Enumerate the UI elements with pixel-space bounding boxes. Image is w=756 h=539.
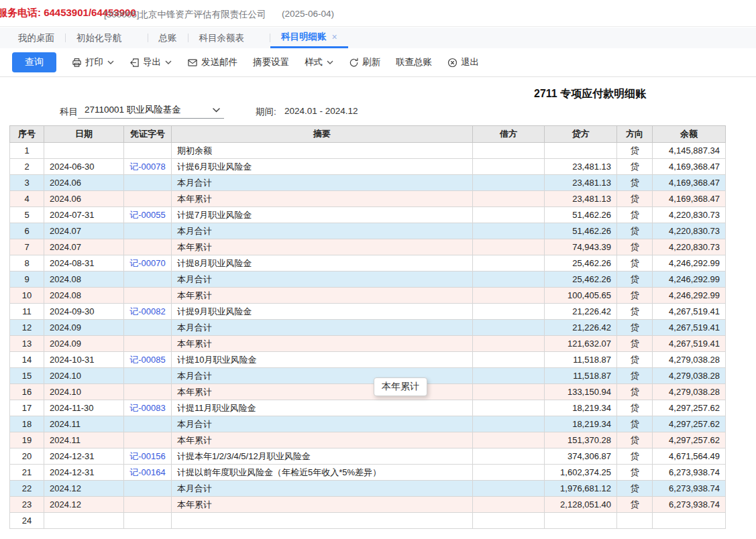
cell-credit: 23,481.13 — [545, 159, 617, 175]
export-button[interactable]: 导出 — [129, 56, 172, 68]
subject-select[interactable]: 27110001 职业风险基金 — [78, 102, 224, 119]
cell-summary: 本月合计 — [172, 481, 473, 497]
cell-debit — [473, 384, 545, 400]
cell-seq: 16 — [10, 384, 44, 400]
table-row[interactable]: 72024.07本年累计74,943.39贷4,220,830.73 — [10, 239, 726, 255]
cell-credit: 23,481.13 — [545, 191, 617, 207]
cell-summary: 本月合计 — [172, 320, 473, 336]
table-row[interactable]: 32024.06本月合计23,481.13贷4,169,368.47 — [10, 175, 726, 191]
table-row[interactable]: 24 — [10, 513, 726, 529]
table-row[interactable]: 222024.12本月合计1,976,681.12贷6,273,938.74 — [10, 481, 726, 497]
column-header: 借方 — [473, 126, 545, 143]
tab-subject-ledger[interactable]: 科目明细账 × — [270, 27, 348, 48]
table-row[interactable]: 182024.11本月合计18,219.34贷4,297,257.62 — [10, 416, 726, 432]
cell-direction: 贷 — [617, 207, 653, 223]
close-tab-icon[interactable]: × — [332, 32, 337, 42]
cell-summary: 本月合计 — [172, 223, 473, 239]
tab-init-nav[interactable]: 初始化导航 — [66, 27, 133, 48]
table-row[interactable]: 202024-12-31记-00156计提本年1/2/3/4/5/12月职业风险… — [10, 448, 726, 465]
table-row[interactable]: 22024-06-30记-00078计提6月职业风险金23,481.13贷4,1… — [10, 159, 726, 175]
cell-date: 2024-12-31 — [44, 465, 124, 481]
cell-debit — [473, 159, 545, 175]
chevron-down-icon — [165, 60, 172, 64]
print-button[interactable]: 打印 — [72, 56, 114, 68]
cell-credit — [545, 143, 617, 159]
period-value: 2024.01 - 2024.12 — [284, 106, 358, 116]
exit-circle-x-icon — [447, 58, 457, 68]
tab-subject-balance[interactable]: 科目余额表 — [188, 27, 256, 48]
cell-summary: 本月合计 — [172, 272, 473, 288]
cell-seq: 22 — [10, 481, 44, 497]
table-row[interactable]: 102024.08本年累计100,405.65贷4,246,292.99 — [10, 288, 726, 304]
cell-balance: 4,267,519.41 — [653, 320, 726, 336]
cell-voucher: 记-00083 — [124, 400, 172, 416]
cell-date: 2024-08-31 — [44, 255, 124, 272]
cell-direction: 贷 — [617, 175, 653, 191]
cell-credit: 21,226.42 — [545, 304, 617, 320]
cell-debit — [473, 465, 545, 481]
table-row[interactable]: 1期初余额贷4,145,887.34 — [10, 143, 726, 159]
voucher-link[interactable]: 记-00085 — [129, 355, 165, 365]
table-row[interactable]: 62024.07本月合计51,462.26贷4,220,830.73 — [10, 223, 726, 239]
summary-settings-button[interactable]: 摘要设置 — [253, 56, 289, 68]
cell-credit: 23,481.13 — [545, 175, 617, 191]
voucher-link[interactable]: 记-00156 — [129, 451, 165, 461]
table-header-row: 序号日期凭证字号摘要借方贷方方向余额 — [10, 126, 726, 143]
table-row[interactable]: 212024-12-31记-00164计提以前年度职业风险金（年检近5年收入*5… — [10, 465, 726, 481]
tab-my-desktop[interactable]: 我的桌面 — [7, 27, 65, 48]
table-row[interactable]: 82024-08-31记-00070计提8月职业风险金25,462.26贷4,2… — [10, 255, 726, 272]
cell-debit — [473, 207, 545, 223]
voucher-link[interactable]: 记-00078 — [129, 162, 165, 172]
cell-direction: 贷 — [617, 336, 653, 352]
tooltip: 本年累计 — [374, 377, 427, 396]
cell-voucher: 记-00070 — [124, 255, 172, 272]
table-row[interactable]: 52024-07-31记-00055计提7月职业风险金51,462.26贷4,2… — [10, 207, 726, 223]
table-row[interactable]: 162024.10本年累计133,150.94贷4,279,038.28 — [10, 384, 726, 400]
cell-direction: 贷 — [617, 400, 653, 416]
cell-seq: 9 — [10, 272, 44, 288]
refresh-button[interactable]: 刷新 — [349, 56, 380, 68]
voucher-link[interactable]: 记-00164 — [129, 467, 165, 477]
voucher-link[interactable]: 记-00055 — [129, 210, 165, 220]
table-row[interactable]: 142024-10-31记-00085计提10月职业风险金11,518.87贷4… — [10, 352, 726, 368]
style-button[interactable]: 样式 — [305, 56, 333, 68]
cell-voucher — [124, 175, 172, 191]
cell-voucher: 记-00164 — [124, 465, 172, 481]
cell-voucher — [124, 336, 172, 352]
table-row[interactable]: 232024.12本年累计2,128,051.40贷6,273,938.74 — [10, 497, 726, 513]
query-button[interactable]: 查询 — [12, 52, 56, 72]
cell-summary: 本月合计 — [172, 175, 473, 191]
cell-summary: 本年累计 — [172, 239, 473, 255]
cell-summary: 本月合计 — [172, 416, 473, 432]
send-mail-button[interactable]: 发送邮件 — [187, 56, 237, 68]
table-row[interactable]: 112024-09-30记-00082计提9月职业风险金21,226.42贷4,… — [10, 304, 726, 320]
table-row[interactable]: 132024.09本年累计121,632.07贷4,267,519.41 — [10, 336, 726, 352]
table-row[interactable]: 92024.08本月合计25,462.26贷4,246,292.99 — [10, 272, 726, 288]
column-header: 摘要 — [172, 126, 473, 143]
voucher-link[interactable]: 记-00070 — [129, 258, 165, 268]
cell-seq: 14 — [10, 352, 44, 368]
cell-summary: 计提6月职业风险金 — [172, 159, 473, 175]
voucher-link[interactable]: 记-00082 — [129, 306, 165, 316]
cell-seq: 13 — [10, 336, 44, 352]
voucher-link[interactable]: 记-00083 — [129, 403, 165, 413]
cell-seq: 8 — [10, 255, 44, 272]
cell-summary: 计提7月职业风险金 — [172, 207, 473, 223]
table-row[interactable]: 42024.06本年累计23,481.13贷4,169,368.47 — [10, 191, 726, 207]
cell-voucher — [124, 223, 172, 239]
column-header: 序号 — [10, 126, 44, 143]
tab-general-ledger[interactable]: 总账 — [148, 27, 188, 48]
table-row[interactable]: 192024.11本年累计151,370.28贷4,297,257.62 — [10, 432, 726, 448]
cell-debit — [473, 191, 545, 207]
cell-direction: 贷 — [617, 143, 653, 159]
report-title: 2711 专项应付款明细账 — [534, 87, 646, 101]
table-row[interactable]: 152024.10本月合计11,518.87贷4,279,038.28 — [10, 368, 726, 384]
exit-button[interactable]: 退出 — [447, 56, 479, 68]
table-row[interactable]: 172024-11-30记-00083计提11月职业风险金18,219.34贷4… — [10, 400, 726, 416]
table-row[interactable]: 122024.09本月合计21,226.42贷4,267,519.41 — [10, 320, 726, 336]
crosscheck-ledger-button[interactable]: 联查总账 — [396, 56, 432, 68]
cell-credit: 2,128,051.40 — [545, 497, 617, 513]
cell-seq: 5 — [10, 207, 44, 223]
refresh-icon — [349, 58, 359, 68]
column-header: 日期 — [44, 126, 124, 143]
